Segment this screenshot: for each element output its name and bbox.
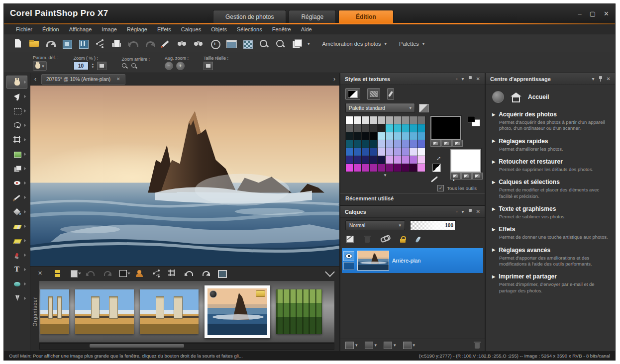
recently-used-header[interactable]: Récemment utilisé [340,193,485,203]
color-swatch[interactable] [354,156,361,164]
fg-pattern-button[interactable] [452,140,463,147]
delete-layer-icon[interactable] [475,343,480,349]
color-swatch[interactable] [346,164,353,172]
menu-item--dition[interactable]: Édition [37,25,64,33]
color-swatch[interactable] [386,156,393,164]
edit-brush-icon[interactable] [160,38,172,49]
bg-gradient-button[interactable] [461,173,472,180]
color-swatch[interactable] [362,164,369,172]
color-swatch[interactable] [370,116,377,124]
zoom-increase-button[interactable]: + [176,62,185,70]
edit-crop-icon[interactable] [168,269,178,278]
color-swatch[interactable] [346,124,353,132]
link-layers-button[interactable]: ▾ [384,342,396,349]
color-swatch[interactable] [417,156,425,164]
gradient-mode-button[interactable] [367,88,380,100]
color-swatch[interactable] [362,156,369,164]
chevron-down-icon[interactable]: ▾ [462,209,464,214]
menu-item-affichage[interactable]: Affichage [64,25,97,33]
undo-icon[interactable] [127,38,139,49]
rotate-right-icon[interactable] [102,269,112,278]
color-swatch[interactable] [346,116,353,124]
scrollbar-thumb[interactable] [90,344,184,348]
opacity-field[interactable]: 100 [410,220,456,230]
all-tools-checkbox[interactable]: ✓ [437,185,444,191]
color-swatch[interactable] [410,156,417,164]
rotate-left-icon[interactable] [86,269,96,278]
color-swatch[interactable] [386,132,393,140]
blend-mode-dropdown[interactable]: Normal ▾ [345,220,405,230]
fg-gradient-button[interactable] [441,140,452,147]
panel-menu-icon[interactable]: ▫ [456,209,458,214]
color-swatch[interactable] [417,140,425,148]
text-tool[interactable] [6,263,27,276]
new-document-icon[interactable] [12,38,24,49]
learning-section-imprimer-et-partager[interactable]: ▶Imprimer et partager Permet d'imprimer,… [492,273,609,294]
chevron-left-icon[interactable]: ‹ [34,76,36,83]
bg-pattern-button[interactable] [472,173,483,180]
color-swatch[interactable] [394,164,401,172]
color-swatch[interactable] [410,124,417,132]
menu-item-fichier[interactable]: Fichier [11,25,37,33]
canvas[interactable] [30,86,339,266]
learning-section-r-glages-avanc-s[interactable]: ▶Réglages avancés Permet d'apporter des … [492,247,609,268]
info-icon[interactable] [209,38,221,49]
close-document-icon[interactable]: ✕ [116,77,120,82]
print-icon[interactable] [110,38,122,49]
color-swatch[interactable] [386,116,393,124]
color-swatch[interactable] [378,140,385,148]
color-swatch[interactable] [378,124,385,132]
workspace-tab-r-glage[interactable]: Réglage [289,10,336,23]
color-swatch[interactable] [402,124,409,132]
learning-section-texte-et-graphismes[interactable]: ▶Texte et graphismes Permet de sublimer … [492,205,609,220]
color-swatch[interactable] [370,148,377,156]
document-tab[interactable]: 20765* @ 10% (Arrière-plan) ✕ [41,74,125,85]
pen-tool[interactable] [6,292,27,305]
color-swatch[interactable] [410,148,417,156]
zoom-in-icon[interactable] [131,63,137,69]
color-swatch[interactable] [370,164,377,172]
edit-swatch-icon[interactable] [431,176,438,182]
home-icon[interactable] [511,92,521,101]
menu-item-image[interactable]: Image [97,25,122,33]
menu-item-fen-tre[interactable]: Fenêtre [267,25,296,33]
minimize-icon[interactable]: – [578,10,582,17]
color-swatch[interactable] [402,164,409,172]
close-icon[interactable]: ✕ [604,10,609,17]
color-swatch[interactable] [354,140,361,148]
group-layers-button[interactable]: ▾ [403,342,415,349]
color-swatch[interactable] [378,156,385,164]
color-swatch[interactable] [394,140,401,148]
pin-icon[interactable] [468,209,472,214]
image-window-icon[interactable] [225,38,237,49]
filmstrip-thumbnail[interactable] [276,289,322,334]
thumbnail-size-icon[interactable] [69,269,79,278]
color-swatch[interactable] [402,116,409,124]
organizer-mode-icon[interactable] [53,269,63,278]
color-swatch[interactable] [362,116,369,124]
close-icon[interactable]: ✕ [607,76,611,82]
color-swatch[interactable] [362,132,369,140]
color-swatch[interactable] [354,132,361,140]
collapse-chevron-icon[interactable] [325,267,335,277]
color-swatch[interactable] [362,124,369,132]
color-swatch[interactable] [370,124,377,132]
close-icon[interactable] [36,269,46,278]
redo-edit-icon[interactable] [201,269,210,278]
new-layer-button[interactable]: ▾ [345,342,358,349]
undo-edit-icon[interactable] [184,269,194,278]
zoom-preset-button[interactable] [97,62,106,70]
open-icon[interactable] [28,38,40,49]
filmstrip-thumbnail[interactable] [75,289,134,334]
frame-icon[interactable] [217,269,227,278]
palette-dropdown[interactable]: Palette standard ▾ [345,103,415,113]
filmstrip-thumbnail[interactable] [205,285,270,338]
makeover-tool[interactable] [6,249,27,262]
filmstrip-thumbnail[interactable] [40,289,69,334]
link-layers-icon[interactable] [380,236,390,243]
color-swatch[interactable] [410,164,417,172]
scan-icon[interactable] [61,38,73,49]
menu-item-aide[interactable]: Aide [296,25,317,33]
mini-foreground-swatch[interactable] [468,116,475,122]
layer-row[interactable]: Arrière-plan [342,248,483,273]
